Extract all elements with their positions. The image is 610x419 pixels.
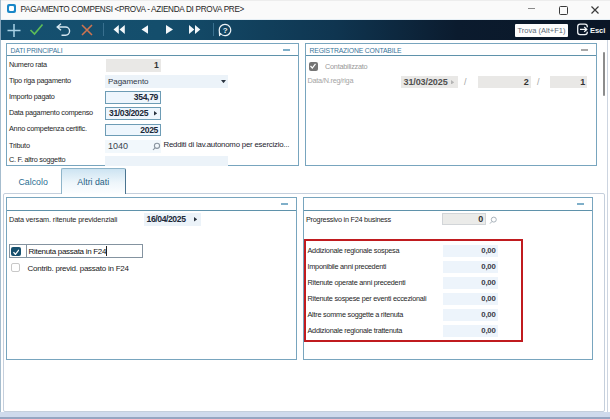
- svg-text:?: ?: [223, 26, 228, 35]
